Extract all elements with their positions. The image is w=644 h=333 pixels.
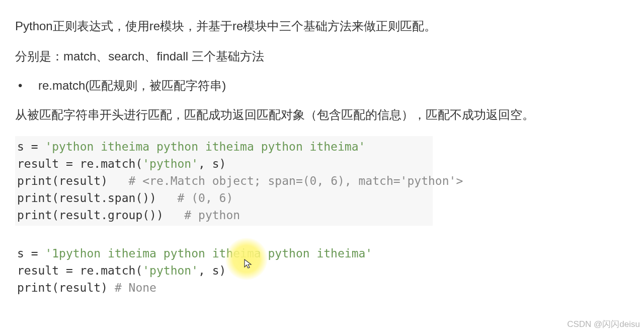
bullet-dot: • xyxy=(15,79,38,93)
code-line: print(result) # <re.Match object; span=(… xyxy=(15,172,433,189)
spacer xyxy=(15,226,629,243)
code-token: print(result) xyxy=(17,281,115,294)
code-line: print(result.group()) # python xyxy=(15,207,433,224)
bullet-item: • re.match(匹配规则，被匹配字符串) xyxy=(15,78,629,94)
code-token: s = xyxy=(17,140,45,153)
code-comment: # <re.Match object; span=(0, 6), match='… xyxy=(129,174,463,187)
code-token: print(result) xyxy=(17,174,129,187)
code-comment: # None xyxy=(115,281,156,294)
bullet-text: re.match(匹配规则，被匹配字符串) xyxy=(38,78,226,94)
code-string: '1python itheima python itheima python i… xyxy=(45,247,372,260)
code-line: print(result) # None xyxy=(15,279,629,296)
code-token: print(result.span()) xyxy=(17,191,178,205)
code-token: , s) xyxy=(198,264,226,277)
code-line: print(result.span()) # (0, 6) xyxy=(15,189,433,207)
code-string: 'python itheima python itheima python it… xyxy=(45,140,365,153)
code-comment: # python xyxy=(184,209,240,222)
code-line: s = 'python itheima python itheima pytho… xyxy=(15,138,433,155)
document-content: Python正则表达式，使用re模块，并基于re模块中三个基础方法来做正则匹配。… xyxy=(0,0,644,298)
code-comment: # (0, 6) xyxy=(178,191,233,205)
code-block-2: s = '1python itheima python itheima pyth… xyxy=(15,243,629,298)
code-token: result = re.match( xyxy=(17,264,142,277)
code-line: result = re.match('python', s) xyxy=(15,155,433,172)
code-token: print(result.group()) xyxy=(17,209,184,222)
code-token: result = re.match( xyxy=(17,157,142,170)
code-string: 'python' xyxy=(142,264,198,277)
code-block-1: s = 'python itheima python itheima pytho… xyxy=(15,136,433,226)
code-token: , s) xyxy=(198,157,226,170)
watermark: CSDN @闪闪deisu xyxy=(567,318,640,330)
paragraph-intro: Python正则表达式，使用re模块，并基于re模块中三个基础方法来做正则匹配。 xyxy=(15,17,629,35)
code-line: result = re.match('python', s) xyxy=(15,262,629,279)
code-token: s = xyxy=(17,247,45,260)
paragraph-methods: 分别是：match、search、findall 三个基础方法 xyxy=(15,47,629,65)
code-line: s = '1python itheima python itheima pyth… xyxy=(15,245,629,262)
paragraph-match-desc: 从被匹配字符串开头进行匹配，匹配成功返回匹配对象（包含匹配的信息），匹配不成功返… xyxy=(15,106,629,124)
code-string: 'python' xyxy=(142,157,198,170)
